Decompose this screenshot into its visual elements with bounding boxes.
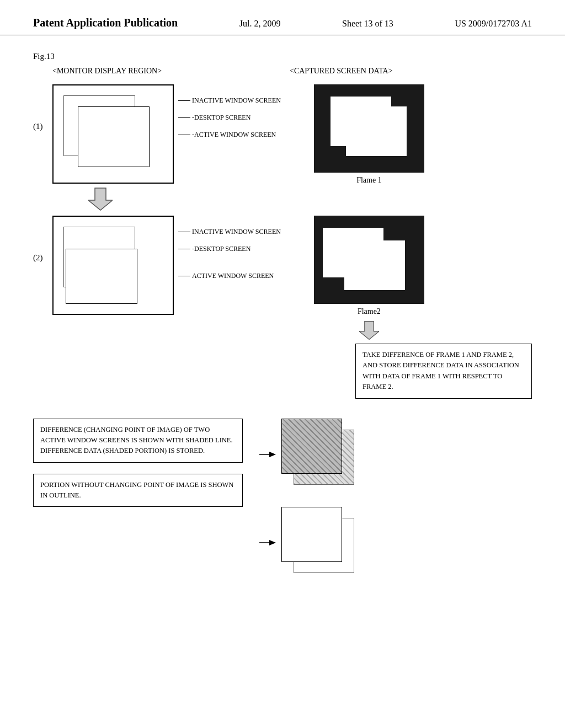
arrow-row <box>33 187 532 213</box>
monitor-labels-1: INACTIVE WINDOW SCREEN -DESKTOP SCREEN -… <box>178 84 281 147</box>
outline-rect-group <box>281 507 370 579</box>
captured-header: <CAPTURED SCREEN DATA> <box>290 67 433 76</box>
arrow-right-shaded <box>259 449 276 460</box>
big-arrow-down <box>88 187 113 213</box>
header-title: Patent Application Publication <box>33 17 178 29</box>
captured-col-1: Flame 1 <box>314 84 424 185</box>
desktop-label-2: -DESKTOP SCREEN <box>178 245 281 253</box>
arrow-right-outline <box>259 537 276 548</box>
main-content: Fig.13 <MONITOR DISPLAY REGION> <CAPTURE… <box>0 35 565 601</box>
svg-marker-5 <box>269 540 276 545</box>
svg-marker-1 <box>359 322 379 340</box>
diff-box: TAKE DIFFERENCE OF FRAME 1 AND FRAME 2, … <box>355 344 532 399</box>
row-1-label: (1) <box>33 84 52 131</box>
outline-box: PORTION WITHOUT CHANGING POINT OF IMAGE … <box>33 474 243 507</box>
fig-label: Fig.13 <box>33 52 532 61</box>
outline-diagram-row <box>259 507 370 579</box>
diff-area: TAKE DIFFERENCE OF FRAME 1 AND FRAME 2, … <box>33 344 532 399</box>
inactive-label-2: INACTIVE WINDOW SCREEN <box>178 228 281 236</box>
header-patent: US 2009/0172703 A1 <box>455 19 532 29</box>
shaded-rect-front <box>281 419 342 474</box>
monitor-header: <MONITOR DISPLAY REGION> <box>52 67 229 76</box>
captured-screen-1 <box>314 84 424 173</box>
captured-col-2: Flame2 <box>314 216 424 340</box>
shaded-rect-group <box>281 419 370 490</box>
row-2-label: (2) <box>33 216 52 263</box>
header-sheet: Sheet 13 of 13 <box>342 19 393 29</box>
page-header: Patent Application Publication Jul. 2, 2… <box>0 0 565 35</box>
monitor-box-1 <box>52 84 174 184</box>
row-2: (2) INACTIVE WINDOW SCREEN -DESKTOP SCRE… <box>33 216 532 340</box>
outline-rect-front <box>281 507 342 562</box>
captured-white-rect-2b <box>344 240 405 290</box>
header-date: Jul. 2, 2009 <box>239 19 281 29</box>
flame1-label: Flame 1 <box>356 176 382 185</box>
inactive-label: INACTIVE WINDOW SCREEN <box>178 97 281 105</box>
shaded-diagram-row <box>259 419 370 490</box>
captured-white-rect-1b <box>346 106 407 156</box>
active-label-2: ACTIVE WINDOW SCREEN <box>178 272 281 280</box>
active-label-1: -ACTIVE WINDOW SCREEN <box>178 131 281 139</box>
bottom-left: DIFFERENCE (CHANGING POINT OF IMAGE) OF … <box>33 419 243 507</box>
svg-marker-0 <box>88 188 113 210</box>
bottom-section: DIFFERENCE (CHANGING POINT OF IMAGE) OF … <box>33 419 532 579</box>
row-1: (1) INACTIVE WINDOW SCREEN -DESKTOP SCRE… <box>33 84 532 185</box>
svg-marker-3 <box>269 452 276 457</box>
active-window-1 <box>78 106 150 167</box>
captured-screen-2 <box>314 216 424 304</box>
flame2-label: Flame2 <box>358 307 381 316</box>
monitor-box-2 <box>52 216 174 315</box>
shaded-box: DIFFERENCE (CHANGING POINT OF IMAGE) OF … <box>33 419 243 463</box>
monitor-labels-2: INACTIVE WINDOW SCREEN -DESKTOP SCREEN A… <box>178 216 281 288</box>
small-arrow-down-right <box>359 320 379 340</box>
desktop-label: -DESKTOP SCREEN <box>178 114 281 122</box>
bottom-right <box>259 419 370 579</box>
active-window-2 <box>66 249 137 304</box>
